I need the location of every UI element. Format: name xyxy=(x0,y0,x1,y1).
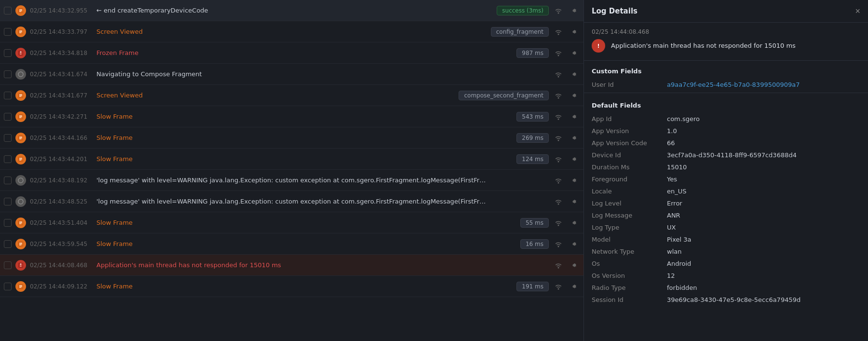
log-row-checkbox[interactable] xyxy=(4,113,12,121)
log-row-checkbox[interactable] xyxy=(4,261,12,269)
log-row[interactable]: 02/25 14:43:44.201Slow Frame124 ms xyxy=(0,149,583,170)
log-row-checkbox[interactable] xyxy=(4,7,12,14)
settings-icon[interactable] xyxy=(568,47,580,59)
log-row-checkbox[interactable] xyxy=(4,28,12,36)
log-row[interactable]: 02/25 14:43:44.166Slow Frame269 ms xyxy=(0,127,583,149)
settings-icon[interactable] xyxy=(568,153,580,165)
wifi-icon[interactable] xyxy=(553,26,564,38)
log-row[interactable]: 02/25 14:43:59.545Slow Frame16 ms xyxy=(0,233,583,255)
wifi-icon[interactable] xyxy=(553,132,564,144)
wifi-icon[interactable] xyxy=(553,196,564,207)
svg-rect-23 xyxy=(19,117,21,118)
settings-icon[interactable] xyxy=(568,259,580,271)
log-row-checkbox[interactable] xyxy=(4,219,12,227)
log-details-panel: Log Details × 02/25 14:44:08.468 ! Appli… xyxy=(583,0,868,341)
wifi-icon[interactable] xyxy=(553,281,564,292)
field-label: User Id xyxy=(592,81,659,88)
settings-icon[interactable] xyxy=(568,175,580,186)
field-value[interactable]: a9aa7c9f-ee25-4e65-b7a0-8399500909a7 xyxy=(667,81,800,88)
log-row-icon xyxy=(15,111,26,122)
log-row-checkbox[interactable] xyxy=(4,49,12,57)
log-row[interactable]: 02/25 14:43:41.677Screen Viewedcompose_s… xyxy=(0,85,583,106)
settings-icon[interactable] xyxy=(568,90,580,101)
log-row-icon xyxy=(15,133,26,143)
wifi-icon[interactable] xyxy=(553,111,564,123)
log-row-timestamp: 02/25 14:43:41.674 xyxy=(30,71,93,78)
svg-rect-39 xyxy=(19,221,22,222)
field-value: Pixel 3a xyxy=(667,236,691,243)
log-row[interactable]: 02/25 14:43:32.955← end createTemporaryD… xyxy=(0,0,583,21)
close-details-button[interactable]: × xyxy=(855,7,860,15)
default-field-row: Log MessageANR xyxy=(584,209,868,221)
log-row[interactable]: !02/25 14:43:34.818Frozen Frame987 ms xyxy=(0,42,583,64)
default-field-row: Localeen_US xyxy=(584,185,868,197)
log-row[interactable]: 02/25 14:43:41.674Navigating to Compose … xyxy=(0,64,583,85)
svg-text:!: ! xyxy=(20,263,22,268)
field-label: Duration Ms xyxy=(592,164,659,171)
log-row-icon: ! xyxy=(15,48,26,58)
log-row-text: Slow Frame xyxy=(96,283,513,290)
log-row-checkbox[interactable] xyxy=(4,177,12,184)
settings-icon[interactable] xyxy=(568,5,580,16)
log-row[interactable]: 02/25 14:44:09.122Slow Frame191 ms xyxy=(0,276,583,297)
details-header: Log Details × xyxy=(584,0,868,23)
log-row-checkbox[interactable] xyxy=(4,283,12,290)
log-row-text: Frozen Frame xyxy=(96,49,513,56)
settings-icon[interactable] xyxy=(568,281,580,292)
field-value: 15010 xyxy=(667,164,687,171)
wifi-icon[interactable] xyxy=(553,259,564,271)
field-value: 12 xyxy=(667,272,675,279)
wifi-icon[interactable] xyxy=(553,175,564,186)
svg-rect-7 xyxy=(19,31,22,32)
wifi-icon[interactable] xyxy=(553,90,564,101)
svg-rect-33 xyxy=(19,160,21,160)
log-row-icon xyxy=(15,196,26,207)
log-row-checkbox[interactable] xyxy=(4,70,12,78)
field-label: Os Version xyxy=(592,272,659,279)
log-row-icon xyxy=(15,5,26,16)
settings-icon[interactable] xyxy=(568,26,580,38)
settings-icon[interactable] xyxy=(568,217,580,229)
log-row[interactable]: 02/25 14:43:33.797Screen Viewedconfig_fr… xyxy=(0,21,583,42)
svg-rect-32 xyxy=(19,158,22,158)
settings-icon[interactable] xyxy=(568,238,580,250)
field-label: Log Message xyxy=(592,212,659,219)
wifi-icon[interactable] xyxy=(553,153,564,165)
field-label: Session Id xyxy=(592,296,659,303)
wifi-icon[interactable] xyxy=(553,47,564,59)
log-row[interactable]: 02/25 14:43:48.525'log message' with lev… xyxy=(0,191,583,212)
log-row-checkbox[interactable] xyxy=(4,155,12,163)
log-row-timestamp: 02/25 14:43:44.166 xyxy=(30,135,93,141)
log-row-checkbox[interactable] xyxy=(4,198,12,205)
log-row-checkbox[interactable] xyxy=(4,92,12,99)
log-row-badge: success (3ms) xyxy=(497,6,549,15)
default-field-row: App Version1.0 xyxy=(584,125,868,137)
default-field-row: ForegroundYes xyxy=(584,173,868,185)
field-label: Network Type xyxy=(592,248,659,255)
svg-rect-53 xyxy=(19,287,21,287)
log-row-text: Slow Frame xyxy=(96,155,513,163)
log-row[interactable]: 02/25 14:43:48.192'log message' with lev… xyxy=(0,170,583,191)
settings-icon[interactable] xyxy=(568,196,580,207)
log-row-checkbox[interactable] xyxy=(4,240,12,248)
svg-rect-18 xyxy=(19,96,21,96)
field-value: 3ecf7a0a-d350-4118-8ff9-6597cd3688d4 xyxy=(667,151,797,159)
settings-icon[interactable] xyxy=(568,68,580,80)
svg-rect-4 xyxy=(19,11,21,12)
log-row-icon xyxy=(15,218,26,228)
wifi-icon[interactable] xyxy=(553,68,564,80)
log-row[interactable]: 02/25 14:43:42.271Slow Frame543 ms xyxy=(0,106,583,127)
wifi-icon[interactable] xyxy=(553,217,564,229)
details-message-row: ! Application's main thread has not resp… xyxy=(584,39,868,61)
wifi-icon[interactable] xyxy=(553,5,564,16)
settings-icon[interactable] xyxy=(568,111,580,123)
svg-rect-52 xyxy=(19,285,22,286)
log-row-timestamp: 02/25 14:43:44.201 xyxy=(30,156,93,163)
log-row-checkbox[interactable] xyxy=(4,134,12,142)
wifi-icon[interactable] xyxy=(553,238,564,250)
log-row[interactable]: !02/25 14:44:08.468Application's main th… xyxy=(0,255,583,276)
details-error-icon: ! xyxy=(592,39,605,53)
field-value: Android xyxy=(667,260,691,267)
log-row[interactable]: 02/25 14:43:51.404Slow Frame55 ms xyxy=(0,212,583,233)
settings-icon[interactable] xyxy=(568,132,580,144)
